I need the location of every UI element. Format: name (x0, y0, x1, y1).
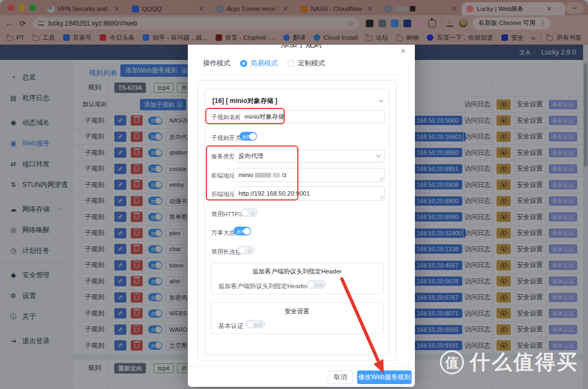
toggle-knob (238, 247, 246, 254)
toggle-knob (247, 321, 254, 328)
browser-toolbar: ← → ⟳ lucky.1945251.xyz:8880/#/web ☆ 有新版… (0, 15, 588, 31)
sub-rule-inner-box: [16] [ minio对象存储 ] 子规则名称 子规则开关 启用 服务类型 反… (204, 89, 390, 355)
lucky-app: 文A Lucky 2.9.0 ◔ 总览 ▤ 程序日志 ◉ 动态域名 ▣ Web服… (0, 45, 588, 389)
append-header-box-title: 追加客户端协议头到指定Header (211, 268, 383, 276)
smzdm-text: 什么值得买 (470, 349, 579, 376)
disable-http3-toggle[interactable]: 否 (241, 208, 258, 217)
toggle-state-label: 禁用 (314, 283, 323, 289)
edit-sub-rule-dialog: 添加子规则 ✕ 操作模式 简易模式 定制模式 [16] [ minio对象存储 … (188, 45, 415, 387)
basic-auth-label: 基本认证 (218, 322, 243, 330)
toggle-knob (249, 133, 256, 140)
radio-selected-icon (240, 60, 247, 67)
chevron-down-icon (376, 153, 381, 157)
smzdm-watermark: 值 什么值得买 (440, 349, 579, 376)
toggle-state-label: 否 (250, 211, 255, 217)
radio-icon (287, 60, 295, 67)
toggle-knob (308, 281, 315, 288)
backend-address-label: 后端地址 (211, 190, 235, 198)
append-header-label: 追加客户端协议头到指定Header (218, 282, 308, 290)
operation-mode-row: 操作模式 简易模式 定制模式 (203, 59, 325, 68)
disable-keepalive-toggle[interactable]: 否 (237, 246, 255, 254)
collapse-header-label: [16] [ minio对象存储 ] (212, 96, 379, 106)
footer-divider (188, 366, 415, 367)
disable-keepalive-label: 禁用长连接 (211, 248, 241, 256)
backend-address-value: http://192.168.50.20:9001 (238, 190, 310, 197)
disable-http3-label: 禁用HTTP3 (211, 210, 242, 218)
forward-button[interactable]: → (0, 0, 588, 45)
mode-option-simple[interactable]: 简易模式 (240, 59, 278, 68)
submit-button[interactable]: 修改Web服务规则 (357, 370, 412, 384)
append-header-toggle[interactable]: 禁用 (307, 280, 326, 289)
service-type-select[interactable]: 反向代理 (234, 149, 385, 162)
sub-rule-name-input[interactable] (240, 110, 385, 123)
toggle-state-label: 否 (247, 248, 252, 254)
frontend-address-suffix: /z (281, 172, 286, 178)
basic-auth-toggle[interactable]: 禁用 (246, 320, 265, 329)
mode-custom-label: 定制模式 (298, 59, 325, 68)
lucky-mode-label: 万事大吉 (211, 229, 235, 237)
dialog-title: 添加子规则 (188, 45, 415, 50)
sub-rule-name-label: 子规则名称 (211, 113, 241, 121)
toggle-knob (243, 228, 250, 235)
browser-chrome: VPN Security and Alternati ✕ QQQQ ✕ Argo… (0, 0, 588, 45)
lucky-mode-toggle[interactable]: 启用 (234, 227, 251, 235)
masked-text (255, 173, 271, 178)
toggle-state-label: 禁用 (253, 323, 262, 329)
append-header-box: 追加客户端协议头到指定Header 追加客户端协议头到指定Header 禁用 (210, 263, 384, 294)
mode-simple-label: 简易模式 (250, 59, 278, 68)
sub-rule-switch-toggle[interactable]: 启用 (240, 132, 257, 141)
cancel-button[interactable]: 取消 (328, 370, 353, 384)
service-type-value: 反向代理 (238, 152, 377, 160)
backend-address-input[interactable]: http://192.168.50.20:9001 (234, 186, 385, 200)
frontend-address-label: 前端地址 (211, 172, 235, 180)
smzdm-logo: 值 (440, 350, 464, 374)
masked-text (273, 173, 280, 178)
operation-mode-label: 操作模式 (203, 59, 230, 68)
frontend-address-prefix: minio (238, 172, 253, 178)
service-type-label: 服务类型 (211, 153, 235, 161)
close-icon[interactable]: ✕ (400, 47, 406, 55)
sub-rule-outer-box: [16] [ minio对象存储 ] 子规则名称 子规则开关 启用 服务类型 反… (198, 80, 396, 361)
sub-rule-collapse-header[interactable]: [16] [ minio对象存储 ] (212, 95, 383, 107)
mode-option-custom[interactable]: 定制模式 (287, 59, 325, 68)
frontend-address-input[interactable]: minio /z (234, 168, 385, 182)
sub-rule-switch-label: 子规则开关 (211, 134, 241, 142)
security-box-title: 安全设置 (211, 307, 383, 315)
toggle-knob (242, 209, 249, 216)
chevron-down-icon (379, 98, 383, 102)
security-settings-box: 安全设置 基本认证 禁用 (210, 302, 384, 334)
dialog-divider (199, 74, 404, 75)
